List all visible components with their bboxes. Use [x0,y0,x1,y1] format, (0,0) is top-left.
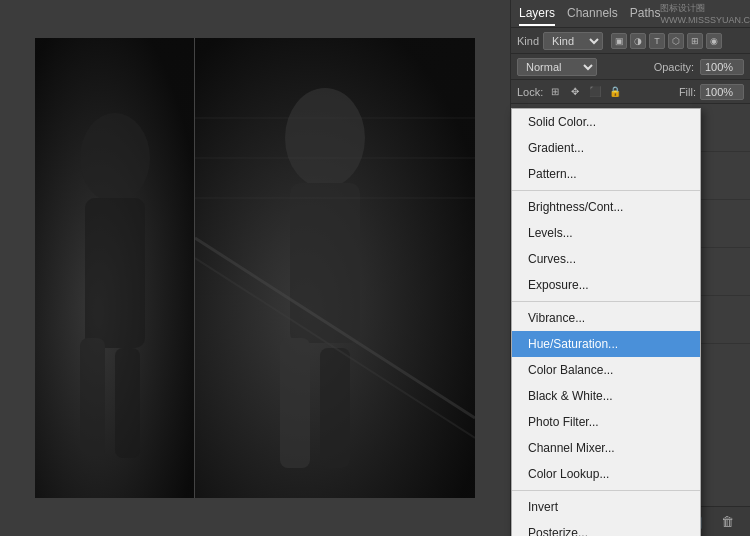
lock-move-icon[interactable]: ✥ [567,84,583,100]
menu-item-curves[interactable]: Curves... [512,246,700,272]
menu-item-color-lookup[interactable]: Color Lookup... [512,461,700,487]
menu-item-gradient[interactable]: Gradient... [512,135,700,161]
lock-padlock-icon[interactable]: 🔒 [607,84,623,100]
svg-rect-2 [80,338,105,458]
menu-item-levels[interactable]: Levels... [512,220,700,246]
menu-item-hue-saturation[interactable]: Hue/Saturation... [512,331,700,357]
menu-item-photo-filter[interactable]: Photo Filter... [512,409,700,435]
layers-panel: Layers Channels Paths 图标设计圈 WWW.MISSSYUA… [510,0,750,536]
blend-mode-select[interactable]: Normal [517,58,597,76]
menu-separator [512,301,700,302]
fill-label: Fill: [679,86,696,98]
svg-rect-6 [280,338,310,468]
filter-pixel-icon[interactable]: ▣ [611,33,627,49]
svg-rect-3 [115,348,140,458]
filter-shape-icon[interactable]: ⬡ [668,33,684,49]
menu-item-invert[interactable]: Invert [512,494,700,520]
menu-item-pattern[interactable]: Pattern... [512,161,700,187]
filter-row: Kind Kind ▣ ◑ T ⬡ ⊞ ◉ [511,28,750,54]
canvas-right [195,38,475,498]
canvas-area [0,0,510,536]
filter-adjust-icon[interactable]: ◑ [630,33,646,49]
lock-checkerboard-icon[interactable]: ⊞ [547,84,563,100]
canvas-content [35,38,475,498]
menu-item-posterize[interactable]: Posterize... [512,520,700,536]
filter-icons: ▣ ◑ T ⬡ ⊞ ◉ [611,33,722,49]
menu-separator [512,190,700,191]
filter-type-icon[interactable]: T [649,33,665,49]
filter-label: Kind [517,35,539,47]
menu-separator [512,490,700,491]
menu-item-channel-mixer[interactable]: Channel Mixer... [512,435,700,461]
delete-layer-icon[interactable]: 🗑 [718,512,738,532]
tab-channels[interactable]: Channels [567,2,618,26]
menu-item-exposure[interactable]: Exposure... [512,272,700,298]
watermark: 图标设计圈 WWW.MISSSYUAN.COM [660,2,750,25]
tab-paths[interactable]: Paths [630,2,661,26]
canvas-left [35,38,195,498]
fill-value[interactable]: 100% [700,84,744,100]
svg-rect-7 [320,348,350,468]
opacity-label: Opacity: [654,61,694,73]
svg-point-4 [285,88,365,188]
tab-layers[interactable]: Layers [519,2,555,26]
menu-item-solid-color[interactable]: Solid Color... [512,109,700,135]
opacity-value[interactable]: 100% [700,59,744,75]
menu-item-black-white[interactable]: Black & White... [512,383,700,409]
panel-header: Layers Channels Paths 图标设计圈 WWW.MISSSYUA… [511,0,750,28]
filter-toggle-icon[interactable]: ◉ [706,33,722,49]
lock-art-icon[interactable]: ⬛ [587,84,603,100]
svg-rect-1 [85,198,145,348]
menu-item-brightness[interactable]: Brightness/Cont... [512,194,700,220]
svg-rect-5 [290,183,360,343]
filter-smart-icon[interactable]: ⊞ [687,33,703,49]
filter-select[interactable]: Kind [543,32,603,50]
blend-row: Normal Opacity: 100% [511,54,750,80]
menu-item-color-balance[interactable]: Color Balance... [512,357,700,383]
menu-item-vibrance[interactable]: Vibrance... [512,305,700,331]
dropdown-menu: Solid Color... Gradient... Pattern... Br… [511,108,701,536]
panel-tabs: Layers Channels Paths [519,2,660,26]
lock-label: Lock: [517,86,543,98]
lock-row: Lock: ⊞ ✥ ⬛ 🔒 Fill: 100% [511,80,750,104]
svg-point-0 [80,113,150,203]
